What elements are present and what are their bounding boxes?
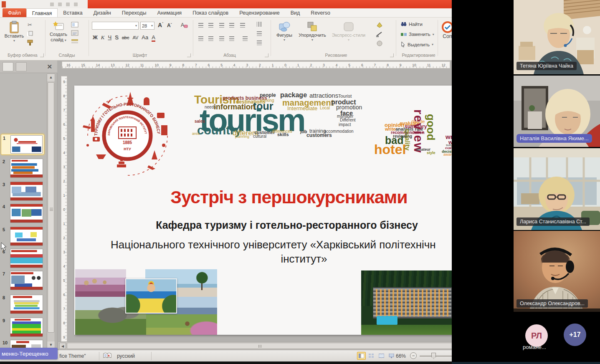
spellcheck-icon[interactable] [103,352,111,359]
scrollbar-thumb[interactable] [67,343,509,349]
ribbon-tab[interactable]: Вставка [58,8,88,17]
zoom-level[interactable]: 66% [396,353,406,359]
ribbon-tab[interactable]: Переходы [116,8,152,17]
thumbnails-scrollbar[interactable]: ▲ ▼ [47,73,55,349]
font-style-button[interactable]: К [101,34,105,41]
slide-thumbnail[interactable]: 3 [1,181,44,202]
clear-formatting-icon[interactable]: A [180,22,188,28]
font-name-combo[interactable]: ▾ [92,22,139,30]
scrollbar-thumb[interactable] [48,82,54,333]
replace-button[interactable]: Заменить ▾ [401,32,434,37]
language-indicator[interactable]: русский [117,353,135,359]
slide-canvas[interactable]: ТУРИЗМУ І ГОТЕЛЬНО-РЕСТОРАННОГО БІЗНЕСУ … [74,86,452,335]
font-style-button[interactable]: S [115,34,119,40]
font-style-button[interactable]: Ч [108,34,111,40]
tab-outline[interactable] [16,62,27,71]
slide-subtitle-institute[interactable]: інститут» [74,253,452,265]
slide-sorter-view-button[interactable] [367,352,376,360]
ribbon-tab[interactable]: Файл [3,8,26,17]
ribbon-tab[interactable]: Reverso [305,8,336,17]
numbering-icon[interactable] [207,22,215,28]
participant-tile[interactable]: Лариса Станиславівна Ст... [514,148,600,230]
slide-thumbnail[interactable]: 6 [1,248,44,269]
slide-thumbnail[interactable]: 4 [1,203,44,224]
font-style-button[interactable]: AV [132,35,138,40]
slideshow-view-button[interactable] [387,352,396,360]
select-button[interactable]: Выделить ▾ [401,42,433,47]
shape-outline-icon[interactable] [376,31,383,38]
ribbon-tab[interactable]: Дизайн [88,8,116,17]
slide-subtitle-department[interactable]: Кафедра туризму і готельно-ресторанного … [97,219,452,231]
reset-slide-icon[interactable] [71,30,78,36]
font-style-button[interactable]: A [152,34,155,42]
zoom-out-button[interactable]: − [410,352,417,359]
slide-thumbnail[interactable]: 9 [1,317,44,338]
new-slide-button[interactable]: Создать слайд ▾ [48,21,69,43]
font-style-button[interactable]: Aa [142,34,148,40]
bullets-icon[interactable] [197,22,205,28]
save-icon[interactable] [50,3,54,6]
more-participants-badge[interactable]: +17 [564,324,586,346]
justify-icon[interactable] [228,35,235,42]
font-dialog-launcher[interactable] [187,53,191,57]
shape-effects-icon[interactable] [376,40,383,47]
font-style-button[interactable]: abc [122,35,129,40]
arrange-button[interactable]: Упорядочить ▾ [297,21,327,42]
find-button[interactable]: Найти [401,22,423,27]
section-icon[interactable] [71,38,78,44]
reading-view-button[interactable] [377,352,386,360]
clipboard-dialog-launcher[interactable] [40,53,44,57]
convert-smartart-icon[interactable] [256,39,263,46]
slide-thumbnail[interactable]: 7 [1,270,44,291]
paste-button[interactable]: Вставить ▾ [4,21,24,43]
participant-avatar[interactable]: РЛ [525,324,548,347]
cut-icon[interactable]: ✂ [28,22,32,28]
close-icon[interactable]: ✕ [47,63,52,71]
quick-styles-button[interactable]: Экспресс-стили ▾ [330,21,367,42]
slide-thumbnail[interactable]: 5 [1,226,44,247]
paragraph-dialog-launcher[interactable] [265,53,268,57]
participant-tile[interactable]: Наталія Василівна Якиме... [514,76,600,147]
shapes-button[interactable]: Фигуры ▾ [274,21,295,42]
start-slideshow-icon[interactable] [74,3,78,6]
tab-slides[interactable] [3,62,13,71]
ribbon-tab[interactable]: Вид [285,8,306,17]
align-right-icon[interactable] [218,35,225,42]
slide-thumbnail[interactable]: 2 [1,158,44,179]
layout-icon[interactable] [71,22,78,28]
shape-fill-icon[interactable] [376,22,383,28]
redo-icon[interactable] [66,3,70,6]
zoom-slider-handle[interactable] [431,353,436,359]
columns-icon[interactable] [241,35,249,42]
align-text-icon[interactable] [256,30,263,37]
ribbon-tab[interactable]: Анимация [152,8,187,17]
scroll-up-icon[interactable]: ▲ [47,74,55,81]
participant-tile[interactable]: Олександр Олександров... [514,231,600,312]
increase-indent-icon[interactable] [228,22,235,28]
copy-icon[interactable] [27,31,33,37]
theme-indicator[interactable]: fice Theme" [59,353,86,359]
ribbon-tab[interactable]: Рецензирование [234,8,285,17]
align-center-icon[interactable] [207,35,215,42]
decrease-indent-icon[interactable] [218,22,225,28]
align-left-icon[interactable] [197,35,205,42]
drawing-dialog-launcher[interactable] [390,53,394,57]
font-style-button[interactable]: Ж [93,34,98,40]
ribbon-tab[interactable]: Главная [26,8,58,17]
horizontal-scrollbar[interactable]: ◀ [58,341,452,349]
normal-view-button[interactable] [357,352,366,360]
slide-thumbnail[interactable]: 8 [1,294,44,315]
slide-title[interactable]: Зустріч з першокурсниками [99,187,452,207]
slide-subtitle-university[interactable]: Національного технічного університету «Х… [111,238,436,251]
font-size-combo[interactable]: 28▾ [140,22,154,30]
scroll-left-icon[interactable]: ◀ [59,343,66,349]
shrink-font-button[interactable]: Aˇ [167,23,172,28]
format-painter-icon[interactable] [27,39,33,46]
participant-tile[interactable]: Тетяна Юріївна Чайка [514,0,600,74]
text-direction-icon[interactable] [256,20,263,28]
slide-thumbnail[interactable]: 1 [1,134,44,155]
line-spacing-icon[interactable] [239,22,246,28]
undo-icon[interactable] [58,3,62,6]
grow-font-button[interactable]: Aˆ [158,22,163,28]
ribbon-tab[interactable]: Показ слайдов [187,8,234,17]
